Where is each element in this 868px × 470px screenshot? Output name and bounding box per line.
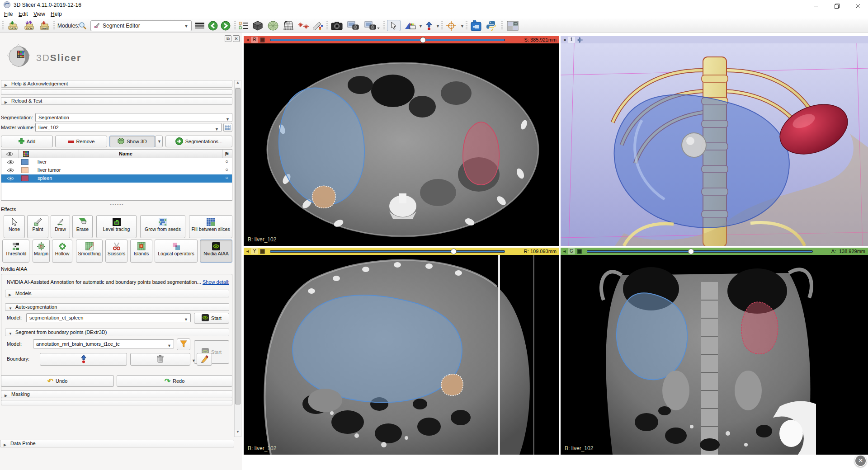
- pin-icon[interactable]: ◄: [562, 249, 566, 254]
- master-volume-selector[interactable]: liver_102 ▼: [35, 123, 222, 132]
- effect-grow-from-seeds-button[interactable]: Grow from seeds: [140, 215, 185, 238]
- panel-scrollbar[interactable]: ▲ ▼: [234, 80, 241, 437]
- pin-icon[interactable]: ◄: [562, 38, 566, 42]
- effect-erase-button[interactable]: Erase: [72, 215, 93, 238]
- extensions-manager-icon[interactable]: [469, 20, 483, 31]
- effect-margin-button[interactable]: Margin: [33, 240, 50, 263]
- red-slice-controller[interactable]: ◄ R S: 385.921mm: [244, 36, 559, 43]
- visibility-eye-icon[interactable]: [7, 168, 14, 174]
- scrollbar-thumb[interactable]: [235, 88, 241, 404]
- undo-button[interactable]: ↶ Undo: [1, 375, 114, 387]
- effect-smoothing-button[interactable]: Smoothing: [76, 240, 103, 263]
- green-slice-slider[interactable]: [587, 250, 813, 253]
- yellow-slice-slider-handle[interactable]: [451, 249, 457, 254]
- threeD-render-image[interactable]: [561, 43, 868, 246]
- visibility-eye-icon[interactable]: [7, 160, 14, 165]
- yellow-slice-controller[interactable]: ◄ Y R: 109.093mm: [244, 248, 559, 255]
- menu-view[interactable]: View: [33, 11, 45, 17]
- effect-fill-between-slices-button[interactable]: Fill between slices: [189, 215, 232, 238]
- show-3d-button[interactable]: Show 3D: [109, 136, 155, 147]
- segment-color-swatch[interactable]: [21, 167, 28, 173]
- reload-test-section[interactable]: ▶ Reload & Test: [1, 97, 232, 105]
- mesh-edit-icon[interactable]: [282, 20, 295, 31]
- history-back-button[interactable]: [207, 20, 219, 31]
- effect-threshold-button[interactable]: Threshold: [2, 240, 29, 263]
- auto-segmentation-start-button[interactable]: Start: [194, 313, 229, 324]
- red-slice-slider[interactable]: [270, 39, 505, 41]
- redo-button[interactable]: ↷ Redo: [117, 375, 232, 387]
- models-icon[interactable]: [267, 20, 279, 31]
- slice-link-icon[interactable]: [260, 38, 265, 42]
- volume-rendering-icon[interactable]: [251, 20, 264, 31]
- panel-close-button[interactable]: ✕: [233, 35, 240, 42]
- scene-view-capture-icon[interactable]: [346, 20, 361, 31]
- dicom-button[interactable]: DCM: [22, 20, 35, 31]
- menu-file[interactable]: File: [4, 11, 13, 17]
- effect-level-tracing-button[interactable]: Level tracing: [96, 215, 137, 238]
- boundary-points-section[interactable]: ▼ Segment from boundary points (DExtr3D): [5, 329, 229, 336]
- layout-selector-button[interactable]: [505, 20, 520, 31]
- segment-status-icon[interactable]: ○: [225, 159, 228, 164]
- scroll-up-arrow[interactable]: ▲: [235, 80, 241, 87]
- subject-hierarchy-icon[interactable]: [238, 20, 250, 31]
- segment-row-liver[interactable]: liver ○: [1, 158, 232, 166]
- chevron-down-icon[interactable]: ▼: [436, 24, 440, 28]
- history-forward-button[interactable]: [220, 20, 231, 31]
- models-section[interactable]: ▶ Models: [5, 290, 229, 297]
- segment-color-swatch[interactable]: [21, 159, 28, 165]
- effect-hollow-button[interactable]: Hollow: [52, 240, 72, 263]
- data-probe-section[interactable]: ▶ Data Probe: [0, 440, 234, 447]
- remove-segment-button[interactable]: Remove: [55, 136, 107, 147]
- add-segment-button[interactable]: Add: [1, 136, 53, 147]
- segment-color-swatch[interactable]: [21, 175, 28, 181]
- python-console-icon[interactable]: [485, 20, 498, 31]
- edit-boundary-points-button[interactable]: [197, 353, 212, 366]
- green-slice-slider-handle[interactable]: [688, 249, 694, 254]
- boundary-model-selector[interactable]: annotation_mri_brain_tumors_t1ce_tc ▼: [33, 339, 174, 348]
- annotations-icon[interactable]: [311, 20, 324, 31]
- effect-draw-button[interactable]: Draw: [51, 215, 70, 238]
- notification-close-button[interactable]: ✕: [854, 455, 867, 467]
- visibility-eye-icon[interactable]: [7, 176, 14, 182]
- effect-none-button[interactable]: None: [4, 215, 25, 238]
- clear-boundary-points-button[interactable]: [130, 353, 190, 366]
- scroll-down-arrow[interactable]: ▼: [235, 430, 241, 437]
- green-slice-controller[interactable]: ◄ G A: -138.929mm: [561, 248, 868, 255]
- screenshot-icon[interactable]: [330, 20, 344, 31]
- crosshair-button[interactable]: [445, 20, 458, 31]
- filter-models-button[interactable]: [177, 338, 190, 350]
- place-boundary-points-button[interactable]: [40, 353, 127, 366]
- chevron-down-icon[interactable]: ▼: [460, 24, 464, 28]
- effect-nvidia-aiaa-button[interactable]: Nvidia AIAA: [200, 240, 232, 263]
- auto-segmentation-section[interactable]: ▼ Auto-segmentation: [5, 303, 229, 311]
- load-data-button[interactable]: DATA: [5, 20, 19, 31]
- masking-section[interactable]: ▶ Masking: [1, 390, 232, 398]
- module-history-icon[interactable]: [194, 20, 205, 31]
- slice-link-icon[interactable]: [577, 249, 582, 254]
- segmentations-button[interactable]: Segmentations...: [165, 136, 232, 147]
- segmentation-selector[interactable]: Segmentation ▼: [35, 113, 232, 122]
- threeD-view-controller[interactable]: ◄ 1: [561, 36, 868, 43]
- show-3d-options-button[interactable]: ▼: [155, 136, 163, 147]
- coronal-slice-image[interactable]: [561, 255, 868, 455]
- red-slice-slider-handle[interactable]: [420, 37, 426, 43]
- scene-view-restore-icon[interactable]: [363, 20, 381, 31]
- menu-edit[interactable]: Edit: [19, 11, 28, 17]
- pin-icon[interactable]: ◄: [245, 249, 250, 254]
- chevron-down-icon[interactable]: ▼: [192, 358, 196, 363]
- sagittal-slice-image[interactable]: [244, 255, 559, 455]
- markups-icon[interactable]: [297, 20, 309, 31]
- save-button[interactable]: SAVE: [37, 20, 51, 31]
- axial-slice-image[interactable]: [244, 43, 559, 246]
- module-search-icon[interactable]: [78, 20, 88, 31]
- segment-status-icon[interactable]: ○: [225, 167, 228, 172]
- show-details-link[interactable]: Show details.: [203, 279, 229, 285]
- effect-scissors-button[interactable]: Scissors: [105, 240, 127, 263]
- menu-help[interactable]: Help: [51, 11, 62, 17]
- panel-splitter-handle[interactable]: ••••••: [0, 202, 234, 207]
- mouse-interaction-button[interactable]: [387, 20, 401, 31]
- auto-model-selector[interactable]: segmentation_ct_spleen ▼: [26, 313, 191, 322]
- effect-logical-operators-button[interactable]: Logical operators: [155, 240, 198, 263]
- slice-link-icon[interactable]: [260, 249, 265, 254]
- chevron-down-icon[interactable]: ▼: [419, 24, 423, 28]
